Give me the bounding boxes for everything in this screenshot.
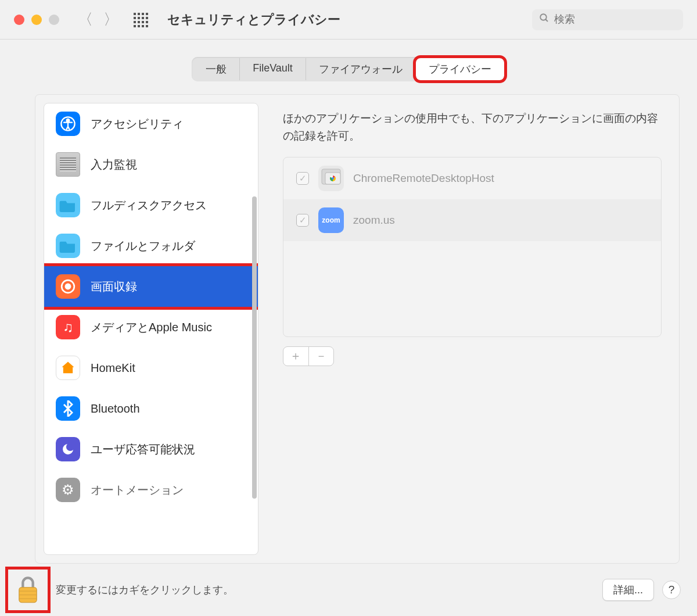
gear-icon: ⚙ xyxy=(56,478,80,502)
tab-bar: 一般 FileVault ファイアウォール プライバシー xyxy=(0,40,697,94)
tab-privacy[interactable]: プライバシー xyxy=(416,58,504,80)
app-row[interactable]: ✓ zoom zoom.us xyxy=(283,199,661,241)
svg-point-0 xyxy=(540,14,547,20)
window-title: セキュリティとプライバシー xyxy=(167,11,527,28)
app-name: ChromeRemoteDesktopHost xyxy=(353,172,494,185)
home-icon xyxy=(56,356,80,380)
main-panel: ほかのアプリケーションの使用中でも、下のアプリケーションに画面の内容の記録を許可… xyxy=(258,103,679,555)
svg-point-9 xyxy=(332,177,334,180)
sidebar-item-automation[interactable]: ⚙ オートメーション xyxy=(44,470,258,510)
sidebar-scrollbar[interactable] xyxy=(252,196,257,499)
search-field[interactable] xyxy=(532,9,683,30)
sidebar-item-accessibility[interactable]: アクセシビリティ xyxy=(44,103,258,144)
sidebar-item-label: 画面収録 xyxy=(91,279,137,295)
close-window-button[interactable] xyxy=(14,15,24,25)
tab-general[interactable]: 一般 xyxy=(193,58,240,80)
bluetooth-icon xyxy=(56,396,80,421)
sidebar-item-files-folders[interactable]: ファイルとフォルダ xyxy=(44,225,258,266)
back-button[interactable]: 〈 xyxy=(78,9,93,30)
sidebar-item-label: HomeKit xyxy=(91,361,135,375)
add-app-button[interactable]: ＋ xyxy=(283,347,309,366)
sidebar-item-label: Bluetooth xyxy=(91,402,140,416)
all-preferences-button[interactable] xyxy=(134,13,148,27)
app-checkbox[interactable]: ✓ xyxy=(296,172,309,185)
remove-app-button[interactable]: － xyxy=(309,347,334,366)
lock-hint-text: 変更するにはカギをクリックします。 xyxy=(56,583,233,597)
panel-description: ほかのアプリケーションの使用中でも、下のアプリケーションに画面の内容の記録を許可… xyxy=(283,106,662,157)
zoom-icon: zoom xyxy=(318,207,344,233)
lock-icon xyxy=(15,575,41,605)
forward-button[interactable]: 〉 xyxy=(103,9,118,30)
keyboard-icon xyxy=(56,152,80,177)
add-remove-buttons: ＋ － xyxy=(283,346,334,366)
app-name: zoom.us xyxy=(353,214,395,227)
app-row[interactable]: ✓ ChromeRemoteDesktopHost xyxy=(283,157,661,199)
svg-point-5 xyxy=(65,284,71,290)
help-button[interactable]: ? xyxy=(662,581,681,599)
sidebar-item-user-availability[interactable]: ユーザ応答可能状況 xyxy=(44,429,258,470)
sidebar-item-label: フルディスクアクセス xyxy=(91,198,207,213)
folder-icon xyxy=(56,193,80,217)
sidebar-item-label: メディアとApple Music xyxy=(91,320,212,335)
sidebar-item-screen-recording[interactable]: 画面収録 xyxy=(44,266,258,307)
tab-firewall[interactable]: ファイアウォール xyxy=(306,58,416,80)
inner-panel: アクセシビリティ 入力監視 フルディスクアクセス xyxy=(35,94,680,564)
screen-record-icon xyxy=(56,274,80,299)
search-icon xyxy=(539,13,549,26)
footer: 変更するにはカギをクリックします。 詳細... ? xyxy=(0,564,697,616)
sidebar-item-label: ユーザ応答可能状況 xyxy=(91,442,195,457)
sidebar-item-label: 入力監視 xyxy=(91,157,137,173)
sidebar-item-input-monitoring[interactable]: 入力監視 xyxy=(44,144,258,185)
allowed-apps-list: ✓ ChromeRemoteDesktopHost ✓ zoom zoom.us xyxy=(283,157,662,337)
moon-icon xyxy=(56,437,80,461)
files-folder-icon xyxy=(56,234,80,258)
sidebar-item-media-apple-music[interactable]: ♫ メディアとApple Music xyxy=(44,307,258,348)
maximize-window-button[interactable] xyxy=(49,15,59,25)
sidebar-item-label: ファイルとフォルダ xyxy=(91,238,195,254)
privacy-category-sidebar: アクセシビリティ 入力監視 フルディスクアクセス xyxy=(44,103,258,555)
accessibility-icon xyxy=(56,112,80,136)
chrome-remote-icon xyxy=(318,166,344,191)
window-controls xyxy=(14,15,59,25)
content-area: アクセシビリティ 入力監視 フルディスクアクセス xyxy=(0,94,697,564)
sidebar-item-label: アクセシビリティ xyxy=(91,116,184,132)
app-checkbox[interactable]: ✓ xyxy=(296,214,309,227)
tab-filevault[interactable]: FileVault xyxy=(240,58,306,80)
sidebar-item-homekit[interactable]: HomeKit xyxy=(44,348,258,388)
svg-point-3 xyxy=(67,119,70,122)
sidebar-item-bluetooth[interactable]: Bluetooth xyxy=(44,388,258,429)
lock-button[interactable] xyxy=(10,572,45,608)
sidebar-item-label: オートメーション xyxy=(91,482,184,498)
minimize-window-button[interactable] xyxy=(31,15,42,25)
advanced-button[interactable]: 詳細... xyxy=(602,579,654,601)
music-icon: ♫ xyxy=(56,315,80,339)
titlebar: 〈 〉 セキュリティとプライバシー xyxy=(0,0,697,40)
sidebar-item-full-disk-access[interactable]: フルディスクアクセス xyxy=(44,185,258,225)
search-input[interactable] xyxy=(554,13,676,26)
svg-line-1 xyxy=(545,19,548,22)
